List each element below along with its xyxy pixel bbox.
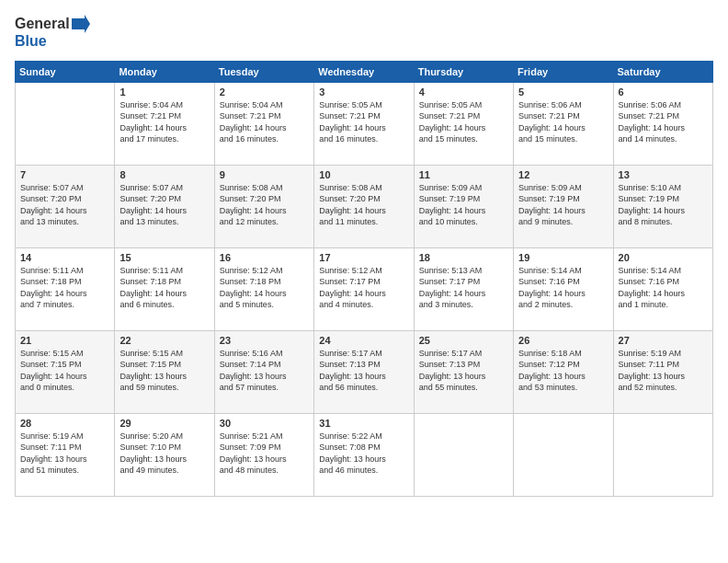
day-info: Sunrise: 5:16 AM Sunset: 7:14 PM Dayligh… (220, 348, 309, 394)
calendar-cell: 18Sunrise: 5:13 AM Sunset: 7:17 PM Dayli… (414, 247, 513, 330)
calendar-cell: 25Sunrise: 5:17 AM Sunset: 7:13 PM Dayli… (414, 330, 513, 413)
day-info: Sunrise: 5:15 AM Sunset: 7:15 PM Dayligh… (20, 348, 109, 394)
calendar-cell: 29Sunrise: 5:20 AM Sunset: 7:10 PM Dayli… (115, 413, 214, 496)
day-number: 11 (419, 169, 508, 180)
day-info: Sunrise: 5:06 AM Sunset: 7:21 PM Dayligh… (518, 99, 608, 145)
day-number: 28 (20, 418, 109, 429)
day-info: Sunrise: 5:08 AM Sunset: 7:20 PM Dayligh… (319, 182, 408, 228)
calendar-cell: 30Sunrise: 5:21 AM Sunset: 7:09 PM Dayli… (214, 413, 313, 496)
calendar-cell: 26Sunrise: 5:18 AM Sunset: 7:12 PM Dayli… (514, 330, 613, 413)
day-info: Sunrise: 5:08 AM Sunset: 7:20 PM Dayligh… (220, 182, 309, 228)
calendar-cell: 15Sunrise: 5:11 AM Sunset: 7:18 PM Dayli… (115, 247, 214, 330)
day-info: Sunrise: 5:19 AM Sunset: 7:11 PM Dayligh… (20, 431, 109, 477)
day-number: 14 (20, 252, 109, 263)
calendar-cell: 12Sunrise: 5:09 AM Sunset: 7:19 PM Dayli… (514, 165, 613, 247)
day-info: Sunrise: 5:12 AM Sunset: 7:17 PM Dayligh… (319, 265, 408, 311)
logo-general: General (15, 16, 70, 32)
svg-marker-0 (72, 15, 90, 33)
day-number: 26 (518, 335, 608, 346)
week-row-5: 28Sunrise: 5:19 AM Sunset: 7:11 PM Dayli… (16, 413, 713, 496)
day-number: 4 (419, 86, 508, 98)
day-info: Sunrise: 5:17 AM Sunset: 7:13 PM Dayligh… (419, 348, 508, 394)
day-info: Sunrise: 5:21 AM Sunset: 7:09 PM Dayligh… (220, 431, 309, 477)
calendar-cell: 23Sunrise: 5:16 AM Sunset: 7:14 PM Dayli… (214, 330, 313, 413)
calendar-cell: 7Sunrise: 5:07 AM Sunset: 7:20 PM Daylig… (16, 165, 115, 247)
page-header: General Blue (15, 15, 713, 50)
day-info: Sunrise: 5:19 AM Sunset: 7:11 PM Dayligh… (619, 348, 708, 394)
day-number: 2 (220, 86, 309, 98)
logo-text: General Blue (15, 15, 90, 50)
day-info: Sunrise: 5:09 AM Sunset: 7:19 PM Dayligh… (518, 182, 608, 228)
calendar-cell: 20Sunrise: 5:14 AM Sunset: 7:16 PM Dayli… (613, 247, 712, 330)
day-info: Sunrise: 5:06 AM Sunset: 7:21 PM Dayligh… (619, 99, 708, 145)
calendar-cell: 28Sunrise: 5:19 AM Sunset: 7:11 PM Dayli… (16, 413, 115, 496)
day-info: Sunrise: 5:22 AM Sunset: 7:08 PM Dayligh… (319, 431, 408, 477)
day-number: 21 (20, 335, 109, 346)
day-number: 27 (619, 335, 708, 346)
calendar-cell: 22Sunrise: 5:15 AM Sunset: 7:15 PM Dayli… (115, 330, 214, 413)
column-header-tuesday: Tuesday (214, 61, 313, 82)
day-info: Sunrise: 5:15 AM Sunset: 7:15 PM Dayligh… (119, 348, 209, 394)
column-header-thursday: Thursday (414, 61, 513, 82)
calendar-cell (514, 413, 613, 496)
day-info: Sunrise: 5:17 AM Sunset: 7:13 PM Dayligh… (319, 348, 408, 394)
calendar-cell: 24Sunrise: 5:17 AM Sunset: 7:13 PM Dayli… (314, 330, 414, 413)
day-number: 18 (419, 252, 508, 263)
day-info: Sunrise: 5:18 AM Sunset: 7:12 PM Dayligh… (518, 348, 608, 394)
day-info: Sunrise: 5:09 AM Sunset: 7:19 PM Dayligh… (419, 182, 508, 228)
calendar-cell: 21Sunrise: 5:15 AM Sunset: 7:15 PM Dayli… (16, 330, 115, 413)
calendar-cell: 19Sunrise: 5:14 AM Sunset: 7:16 PM Dayli… (514, 247, 613, 330)
day-number: 16 (220, 252, 309, 263)
day-info: Sunrise: 5:11 AM Sunset: 7:18 PM Dayligh… (119, 265, 209, 311)
day-number: 29 (119, 418, 209, 429)
day-info: Sunrise: 5:10 AM Sunset: 7:19 PM Dayligh… (619, 182, 708, 228)
calendar-cell: 10Sunrise: 5:08 AM Sunset: 7:20 PM Dayli… (314, 165, 414, 247)
day-number: 25 (419, 335, 508, 346)
day-number: 10 (319, 169, 408, 180)
column-header-sunday: Sunday (16, 61, 115, 82)
header-row: SundayMondayTuesdayWednesdayThursdayFrid… (16, 61, 713, 82)
day-info: Sunrise: 5:07 AM Sunset: 7:20 PM Dayligh… (119, 182, 209, 228)
column-header-wednesday: Wednesday (314, 61, 414, 82)
calendar-cell: 3Sunrise: 5:05 AM Sunset: 7:21 PM Daylig… (314, 82, 414, 165)
calendar-cell: 6Sunrise: 5:06 AM Sunset: 7:21 PM Daylig… (613, 82, 712, 165)
day-number: 15 (119, 252, 209, 263)
calendar-cell: 9Sunrise: 5:08 AM Sunset: 7:20 PM Daylig… (214, 165, 313, 247)
calendar-cell (414, 413, 513, 496)
day-number: 13 (619, 169, 708, 180)
day-info: Sunrise: 5:05 AM Sunset: 7:21 PM Dayligh… (319, 99, 408, 145)
day-number: 1 (119, 86, 209, 98)
week-row-2: 7Sunrise: 5:07 AM Sunset: 7:20 PM Daylig… (16, 165, 713, 247)
day-info: Sunrise: 5:14 AM Sunset: 7:16 PM Dayligh… (619, 265, 708, 311)
calendar-cell (16, 82, 115, 165)
calendar-cell (613, 413, 712, 496)
week-row-1: 1Sunrise: 5:04 AM Sunset: 7:21 PM Daylig… (16, 82, 713, 165)
column-header-monday: Monday (115, 61, 214, 82)
day-number: 23 (220, 335, 309, 346)
day-info: Sunrise: 5:20 AM Sunset: 7:10 PM Dayligh… (119, 431, 209, 477)
day-number: 5 (518, 86, 608, 98)
day-info: Sunrise: 5:05 AM Sunset: 7:21 PM Dayligh… (419, 99, 508, 145)
week-row-3: 14Sunrise: 5:11 AM Sunset: 7:18 PM Dayli… (16, 247, 713, 330)
day-number: 22 (119, 335, 209, 346)
calendar-cell: 4Sunrise: 5:05 AM Sunset: 7:21 PM Daylig… (414, 82, 513, 165)
calendar-cell: 14Sunrise: 5:11 AM Sunset: 7:18 PM Dayli… (16, 247, 115, 330)
calendar-cell: 16Sunrise: 5:12 AM Sunset: 7:18 PM Dayli… (214, 247, 313, 330)
calendar-cell: 17Sunrise: 5:12 AM Sunset: 7:17 PM Dayli… (314, 247, 414, 330)
day-number: 7 (20, 169, 109, 180)
day-number: 8 (119, 169, 209, 180)
calendar-cell: 31Sunrise: 5:22 AM Sunset: 7:08 PM Dayli… (314, 413, 414, 496)
calendar-cell: 5Sunrise: 5:06 AM Sunset: 7:21 PM Daylig… (514, 82, 613, 165)
logo-blue: Blue (15, 33, 90, 50)
day-info: Sunrise: 5:07 AM Sunset: 7:20 PM Dayligh… (20, 182, 109, 228)
day-info: Sunrise: 5:04 AM Sunset: 7:21 PM Dayligh… (119, 99, 209, 145)
day-number: 20 (619, 252, 708, 263)
day-number: 17 (319, 252, 408, 263)
day-number: 19 (518, 252, 608, 263)
calendar-cell: 1Sunrise: 5:04 AM Sunset: 7:21 PM Daylig… (115, 82, 214, 165)
calendar-cell: 11Sunrise: 5:09 AM Sunset: 7:19 PM Dayli… (414, 165, 513, 247)
day-number: 30 (220, 418, 309, 429)
calendar-table: SundayMondayTuesdayWednesdayThursdayFrid… (15, 61, 713, 497)
column-header-saturday: Saturday (613, 61, 712, 82)
day-number: 3 (319, 86, 408, 98)
